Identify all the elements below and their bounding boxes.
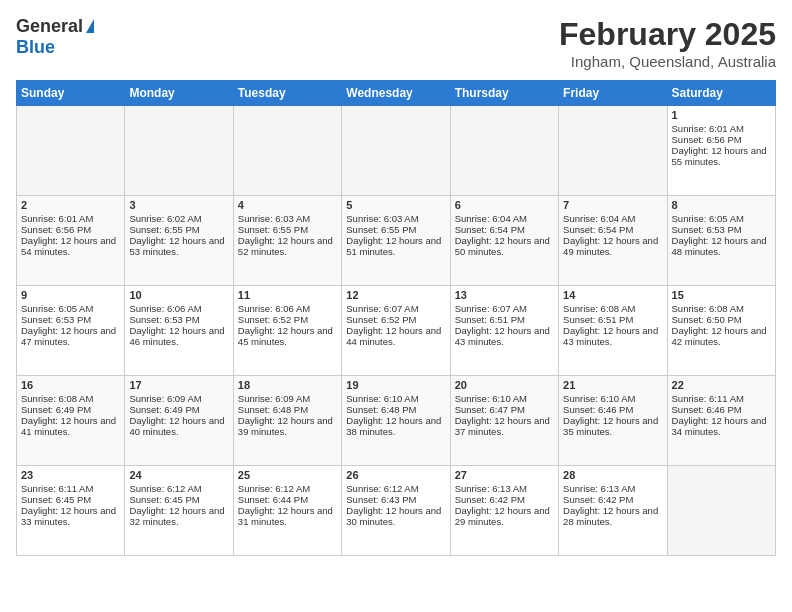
sunrise-text: Sunrise: 6:06 AM [129,303,228,314]
sunset-text: Sunset: 6:53 PM [21,314,120,325]
location-text: Ingham, Queensland, Australia [559,53,776,70]
calendar-cell: 13Sunrise: 6:07 AMSunset: 6:51 PMDayligh… [450,286,558,376]
daylight-text: Daylight: 12 hours and 55 minutes. [672,145,771,167]
calendar-cell: 20Sunrise: 6:10 AMSunset: 6:47 PMDayligh… [450,376,558,466]
header-wednesday: Wednesday [342,81,450,106]
header-saturday: Saturday [667,81,775,106]
calendar-cell: 2Sunrise: 6:01 AMSunset: 6:56 PMDaylight… [17,196,125,286]
day-number: 20 [455,379,554,391]
daylight-text: Daylight: 12 hours and 38 minutes. [346,415,445,437]
day-number: 26 [346,469,445,481]
sunset-text: Sunset: 6:46 PM [672,404,771,415]
calendar-cell: 9Sunrise: 6:05 AMSunset: 6:53 PMDaylight… [17,286,125,376]
header-monday: Monday [125,81,233,106]
sunrise-text: Sunrise: 6:01 AM [672,123,771,134]
sunset-text: Sunset: 6:48 PM [346,404,445,415]
header-tuesday: Tuesday [233,81,341,106]
daylight-text: Daylight: 12 hours and 30 minutes. [346,505,445,527]
calendar-cell: 11Sunrise: 6:06 AMSunset: 6:52 PMDayligh… [233,286,341,376]
sunrise-text: Sunrise: 6:10 AM [563,393,662,404]
daylight-text: Daylight: 12 hours and 45 minutes. [238,325,337,347]
calendar-cell [125,106,233,196]
day-number: 15 [672,289,771,301]
day-number: 5 [346,199,445,211]
calendar-cell: 19Sunrise: 6:10 AMSunset: 6:48 PMDayligh… [342,376,450,466]
daylight-text: Daylight: 12 hours and 31 minutes. [238,505,337,527]
day-number: 18 [238,379,337,391]
page-header: General Blue February 2025 Ingham, Queen… [16,16,776,70]
daylight-text: Daylight: 12 hours and 51 minutes. [346,235,445,257]
calendar-cell: 23Sunrise: 6:11 AMSunset: 6:45 PMDayligh… [17,466,125,556]
daylight-text: Daylight: 12 hours and 42 minutes. [672,325,771,347]
sunrise-text: Sunrise: 6:06 AM [238,303,337,314]
daylight-text: Daylight: 12 hours and 34 minutes. [672,415,771,437]
calendar-cell: 28Sunrise: 6:13 AMSunset: 6:42 PMDayligh… [559,466,667,556]
sunset-text: Sunset: 6:53 PM [672,224,771,235]
calendar-cell: 24Sunrise: 6:12 AMSunset: 6:45 PMDayligh… [125,466,233,556]
daylight-text: Daylight: 12 hours and 32 minutes. [129,505,228,527]
sunset-text: Sunset: 6:52 PM [346,314,445,325]
sunrise-text: Sunrise: 6:12 AM [129,483,228,494]
sunrise-text: Sunrise: 6:09 AM [238,393,337,404]
day-number: 22 [672,379,771,391]
day-number: 6 [455,199,554,211]
calendar-cell: 22Sunrise: 6:11 AMSunset: 6:46 PMDayligh… [667,376,775,466]
sunrise-text: Sunrise: 6:08 AM [21,393,120,404]
sunset-text: Sunset: 6:55 PM [346,224,445,235]
calendar-week-3: 16Sunrise: 6:08 AMSunset: 6:49 PMDayligh… [17,376,776,466]
sunrise-text: Sunrise: 6:01 AM [21,213,120,224]
calendar-cell: 18Sunrise: 6:09 AMSunset: 6:48 PMDayligh… [233,376,341,466]
calendar-cell [559,106,667,196]
sunrise-text: Sunrise: 6:07 AM [455,303,554,314]
sunset-text: Sunset: 6:56 PM [21,224,120,235]
sunset-text: Sunset: 6:55 PM [238,224,337,235]
calendar-cell: 17Sunrise: 6:09 AMSunset: 6:49 PMDayligh… [125,376,233,466]
daylight-text: Daylight: 12 hours and 53 minutes. [129,235,228,257]
daylight-text: Daylight: 12 hours and 39 minutes. [238,415,337,437]
logo-blue-text: Blue [16,37,55,58]
sunrise-text: Sunrise: 6:12 AM [346,483,445,494]
day-number: 8 [672,199,771,211]
calendar-cell: 3Sunrise: 6:02 AMSunset: 6:55 PMDaylight… [125,196,233,286]
logo-general-text: General [16,16,83,37]
day-number: 12 [346,289,445,301]
daylight-text: Daylight: 12 hours and 50 minutes. [455,235,554,257]
sunset-text: Sunset: 6:48 PM [238,404,337,415]
sunrise-text: Sunrise: 6:08 AM [563,303,662,314]
day-number: 16 [21,379,120,391]
calendar-cell: 12Sunrise: 6:07 AMSunset: 6:52 PMDayligh… [342,286,450,376]
sunrise-text: Sunrise: 6:10 AM [346,393,445,404]
calendar-cell [17,106,125,196]
calendar-cell [450,106,558,196]
calendar-week-1: 2Sunrise: 6:01 AMSunset: 6:56 PMDaylight… [17,196,776,286]
sunrise-text: Sunrise: 6:02 AM [129,213,228,224]
day-number: 10 [129,289,228,301]
day-number: 13 [455,289,554,301]
calendar-week-0: 1Sunrise: 6:01 AMSunset: 6:56 PMDaylight… [17,106,776,196]
sunset-text: Sunset: 6:42 PM [563,494,662,505]
sunset-text: Sunset: 6:51 PM [455,314,554,325]
daylight-text: Daylight: 12 hours and 47 minutes. [21,325,120,347]
calendar-header-row: SundayMondayTuesdayWednesdayThursdayFrid… [17,81,776,106]
calendar-cell: 26Sunrise: 6:12 AMSunset: 6:43 PMDayligh… [342,466,450,556]
calendar-cell [342,106,450,196]
sunset-text: Sunset: 6:54 PM [455,224,554,235]
sunset-text: Sunset: 6:56 PM [672,134,771,145]
daylight-text: Daylight: 12 hours and 41 minutes. [21,415,120,437]
sunset-text: Sunset: 6:50 PM [672,314,771,325]
calendar-cell [667,466,775,556]
calendar-cell: 5Sunrise: 6:03 AMSunset: 6:55 PMDaylight… [342,196,450,286]
day-number: 23 [21,469,120,481]
sunrise-text: Sunrise: 6:05 AM [672,213,771,224]
calendar-cell: 4Sunrise: 6:03 AMSunset: 6:55 PMDaylight… [233,196,341,286]
day-number: 28 [563,469,662,481]
calendar-cell: 25Sunrise: 6:12 AMSunset: 6:44 PMDayligh… [233,466,341,556]
header-sunday: Sunday [17,81,125,106]
logo: General Blue [16,16,94,58]
sunrise-text: Sunrise: 6:03 AM [238,213,337,224]
day-number: 7 [563,199,662,211]
sunset-text: Sunset: 6:44 PM [238,494,337,505]
daylight-text: Daylight: 12 hours and 33 minutes. [21,505,120,527]
calendar-cell: 6Sunrise: 6:04 AMSunset: 6:54 PMDaylight… [450,196,558,286]
daylight-text: Daylight: 12 hours and 40 minutes. [129,415,228,437]
